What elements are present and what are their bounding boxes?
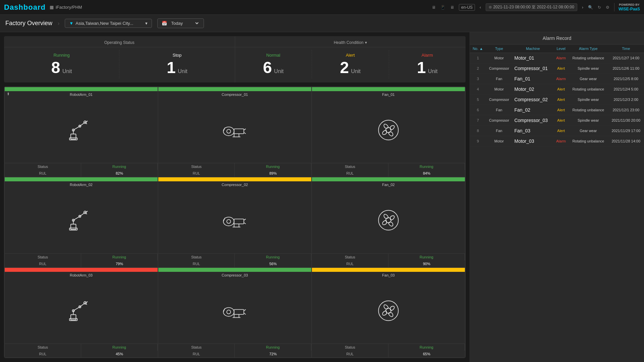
settings-icon[interactable]: ⚙: [606, 5, 609, 10]
tablet-icon[interactable]: 📱: [440, 5, 445, 10]
col-level[interactable]: Level: [553, 45, 569, 53]
machine-card-fan_01[interactable]: Fan_01 Status Running RUL 84%: [312, 87, 465, 177]
svg-rect-0: [71, 134, 76, 139]
filter-button[interactable]: ▼ Asia,Taiwan,New Taipei City... ▾: [65, 19, 152, 28]
top-nav: Dashboard ▦ iFactory/PHM 🖥 📱 🖥 en-US ‹ ⊙…: [0, 0, 644, 15]
machine-name: Fan_03: [312, 272, 465, 278]
powered-by-label: POWERED BY: [619, 3, 640, 7]
date-dropdown[interactable]: 📅 Today Yesterday Last 7 Days: [157, 18, 204, 28]
svg-point-40: [378, 210, 398, 230]
col-type[interactable]: Type: [486, 45, 512, 53]
alarm-row[interactable]: 5 Compressor Compressor_02 Alert Spindle…: [470, 95, 644, 105]
alarm-no: 3: [470, 74, 486, 84]
status-label-cell: Status: [5, 344, 81, 351]
machine-icon: [158, 97, 311, 163]
alarm-row[interactable]: 6 Fan Fan_02 Alert Rotating unbalance 20…: [470, 105, 644, 115]
svg-rect-11: [234, 129, 244, 134]
monitor-icon[interactable]: 🖥: [450, 5, 454, 10]
machine-card-robotarm_02[interactable]: RobotArm_02 Status Running RUL 79%: [4, 177, 158, 267]
machine-bar: [312, 268, 465, 272]
nav-prev[interactable]: ‹: [480, 5, 481, 10]
date-select[interactable]: Today Yesterday Last 7 Days: [170, 20, 200, 26]
right-panel: Alarm Record No. ▲ Type Machine Level Al…: [470, 32, 644, 362]
alarm-level: Alert: [553, 84, 569, 95]
machine-bar: [312, 87, 465, 91]
status-value-cell: Running: [388, 254, 465, 260]
col-machine[interactable]: Machine: [512, 45, 553, 53]
alarm-time: 2021/11/30 20:00: [608, 115, 644, 126]
health-chevron[interactable]: ▾: [365, 40, 367, 45]
machine-card-fan_02[interactable]: Fan_02 Status Running RUL 90%: [312, 177, 465, 267]
grid-icon: ▦: [50, 5, 54, 10]
health-condition-title: Health Condition ▾: [235, 40, 466, 47]
machine-info: Status Running RUL 56%: [158, 253, 311, 267]
alarm-level: Alarm: [553, 74, 569, 84]
status-value-cell: Running: [388, 163, 465, 170]
machine-grid-section: ⬆ RobotArm_01 Status Running RUL 82% Com…: [4, 86, 466, 358]
filter-label: Asia,Taiwan,New Taipei City...: [75, 21, 133, 26]
alarm-row[interactable]: 7 Compressor Compressor_03 Alert Spindle…: [470, 115, 644, 126]
machine-card-compressor_03[interactable]: Compressor_03 Status Running RUL 72%: [158, 267, 312, 358]
machine-name: RobotArm_02: [5, 181, 158, 187]
rul-value-cell: 84%: [388, 170, 465, 177]
top-nav-right: 🖥 📱 🖥 en-US ‹ ⊙ 2021-11-23 08:00:00 至 20…: [432, 3, 640, 11]
alarm-row[interactable]: 2 Compressor Compressor_01 Alert Spindle…: [470, 63, 644, 74]
alarm-no: 9: [470, 136, 486, 146]
health-normal: Normal 6 Unit: [235, 50, 312, 78]
machine-icon: [158, 278, 311, 344]
machine-card-robotarm_01[interactable]: ⬆ RobotArm_01 Status Running RUL 82%: [4, 87, 158, 177]
rul-value-cell: 89%: [235, 170, 311, 177]
col-alarm-type[interactable]: Alarm Type: [569, 45, 608, 53]
machine-name: Compressor_01: [158, 91, 311, 97]
desktop-icon[interactable]: 🖥: [432, 5, 436, 10]
refresh-icon[interactable]: ↻: [598, 5, 601, 10]
status-value-cell: Running: [81, 254, 158, 260]
alert-value: 2 Unit: [313, 60, 387, 76]
alarm-machine: Compressor_02: [512, 95, 553, 105]
alarm-no: 5: [470, 95, 486, 105]
lang-button[interactable]: en-US: [459, 4, 475, 11]
alarm-level: Alert: [553, 105, 569, 115]
machine-icon: [312, 278, 465, 344]
alarm-time: 2021/12/5 8:00: [608, 74, 644, 84]
machine-bar: [312, 177, 465, 181]
status-label-cell: Status: [158, 254, 235, 260]
nav-next[interactable]: ›: [582, 5, 583, 10]
machine-card-robotarm_03[interactable]: RobotArm_03 Status Running RUL 45%: [4, 267, 158, 358]
alarm-row[interactable]: 4 Motor Motor_02 Alert Rotating unbalanc…: [470, 84, 644, 95]
alarm-row[interactable]: 1 Motor Motor_01 Alarm Rotating unbalanc…: [470, 53, 644, 63]
status-label-cell: Status: [312, 344, 388, 351]
alarm-time: 2021/12/3 2:00: [608, 95, 644, 105]
machine-bar: [158, 177, 311, 181]
health-condition: Health Condition ▾ Normal 6 Unit Alert 2…: [235, 36, 466, 82]
alarm-no: 4: [470, 84, 486, 95]
alarm-type-cell: Compressor: [486, 115, 512, 126]
alarm-type-desc: Gear wear: [569, 74, 608, 84]
col-time[interactable]: Time: [608, 45, 644, 53]
alarm-type-desc: Rotating unbalance: [569, 53, 608, 63]
alarm-row[interactable]: 9 Motor Motor_03 Alarm Rotating unbalanc…: [470, 136, 644, 146]
alarm-machine: Fan_02: [512, 105, 553, 115]
machine-info: Status Running RUL 84%: [312, 163, 465, 177]
machine-card-compressor_01[interactable]: Compressor_01 Status Running RUL 89%: [158, 87, 312, 177]
export-icon[interactable]: ⬆: [7, 92, 10, 96]
alarm-type-cell: Fan: [486, 74, 512, 84]
alarm-row[interactable]: 3 Fan Fan_01 Alarm Gear wear 2021/12/5 8…: [470, 74, 644, 84]
svg-rect-53: [234, 309, 244, 314]
alarm-type-desc: Spindle wear: [569, 115, 608, 126]
machine-card-compressor_02[interactable]: Compressor_02 Status Running RUL 56%: [158, 177, 312, 267]
alarm-type-desc: Rotating unbalance: [569, 84, 608, 95]
health-alert: Alert 2 Unit: [312, 50, 389, 78]
alarm-type-cell: Compressor: [486, 63, 512, 74]
machine-name: RobotArm_03: [5, 272, 158, 278]
alarm-no: 2: [470, 63, 486, 74]
machine-bar: [5, 268, 158, 272]
alarm-row[interactable]: 8 Fan Fan_03 Alert Gear wear 2021/11/29 …: [470, 126, 644, 136]
alarm-machine: Motor_03: [512, 136, 553, 146]
alarm-record-title: Alarm Record: [470, 32, 644, 45]
machine-icon: [158, 187, 311, 253]
svg-point-18: [227, 129, 231, 133]
machine-card-fan_03[interactable]: Fan_03 Status Running RUL 65%: [312, 267, 465, 358]
status-label-cell: Status: [312, 254, 388, 260]
search-icon[interactable]: 🔍: [588, 5, 593, 10]
